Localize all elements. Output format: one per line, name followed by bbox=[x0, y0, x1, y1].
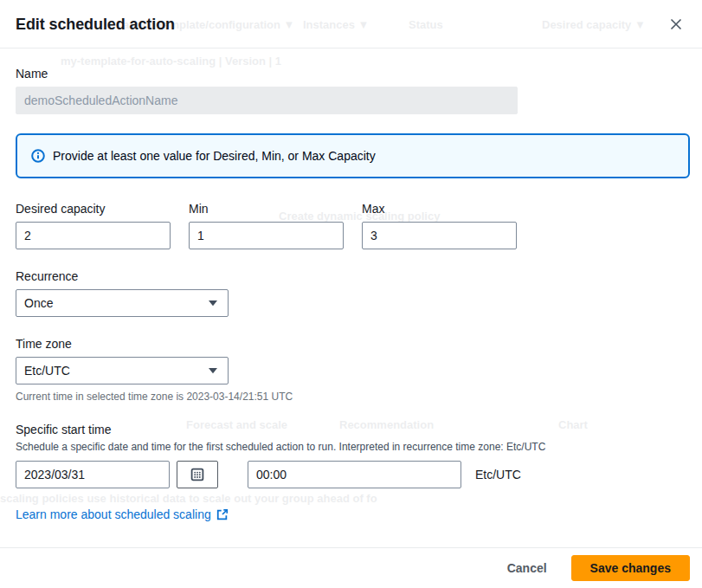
min-capacity-group: Min bbox=[189, 201, 344, 249]
info-alert: Provide at least one value for Desired, … bbox=[16, 133, 690, 178]
dialog-body: Name Provide at least one value for Desi… bbox=[0, 48, 702, 547]
save-changes-button[interactable]: Save changes bbox=[571, 555, 690, 581]
max-input[interactable] bbox=[362, 222, 517, 249]
name-input bbox=[16, 87, 518, 114]
dialog-header: Edit scheduled action bbox=[0, 0, 702, 48]
close-icon[interactable] bbox=[669, 17, 683, 31]
external-link-icon bbox=[216, 508, 229, 520]
capacity-row: Desired capacity Min Max bbox=[16, 201, 690, 249]
learn-more-label: Learn more about scheduled scaling bbox=[16, 507, 211, 521]
desired-capacity-input[interactable] bbox=[16, 222, 171, 249]
max-label: Max bbox=[362, 201, 517, 216]
alert-message: Provide at least one value for Desired, … bbox=[53, 149, 376, 163]
timezone-select[interactable]: Etc/UTC bbox=[16, 357, 229, 384]
start-time-label: Specific start time bbox=[16, 422, 690, 437]
name-field-group: Name bbox=[16, 66, 690, 114]
chevron-down-icon bbox=[208, 367, 218, 374]
dialog-title: Edit scheduled action bbox=[16, 14, 175, 35]
calendar-picker-button[interactable] bbox=[177, 461, 218, 488]
learn-more-link[interactable]: Learn more about scheduled scaling bbox=[16, 507, 229, 521]
recurrence-selected-value: Once bbox=[24, 296, 53, 310]
timezone-selected-value: Etc/UTC bbox=[24, 364, 70, 378]
timezone-suffix: Etc/UTC bbox=[475, 468, 521, 481]
min-label: Min bbox=[189, 201, 344, 216]
start-date-input[interactable] bbox=[16, 461, 170, 488]
start-time-input[interactable] bbox=[248, 461, 461, 488]
edit-scheduled-action-dialog: Launch template/configuration ▼Instances… bbox=[0, 0, 702, 588]
dialog-footer: Cancel Save changes bbox=[0, 547, 702, 588]
datetime-row: Etc/UTC bbox=[16, 461, 690, 488]
recurrence-select[interactable]: Once bbox=[16, 289, 229, 317]
name-label: Name bbox=[16, 66, 690, 81]
timezone-label: Time zone bbox=[16, 336, 690, 352]
timezone-group: Time zone Etc/UTC Current time in select… bbox=[16, 336, 690, 404]
min-input[interactable] bbox=[189, 222, 344, 249]
desired-capacity-label: Desired capacity bbox=[16, 201, 171, 216]
start-time-description: Schedule a specific date and time for th… bbox=[16, 440, 690, 454]
current-time-helper: Current time in selected time zone is 20… bbox=[16, 390, 690, 404]
info-icon bbox=[31, 149, 45, 163]
cancel-button[interactable]: Cancel bbox=[499, 557, 556, 579]
recurrence-group: Recurrence Once bbox=[16, 268, 690, 317]
max-capacity-group: Max bbox=[362, 201, 517, 249]
start-time-group: Specific start time Schedule a specific … bbox=[16, 422, 690, 488]
desired-capacity-group: Desired capacity bbox=[16, 201, 171, 249]
chevron-down-icon bbox=[208, 300, 218, 307]
calendar-icon bbox=[190, 468, 204, 481]
recurrence-label: Recurrence bbox=[16, 268, 690, 284]
